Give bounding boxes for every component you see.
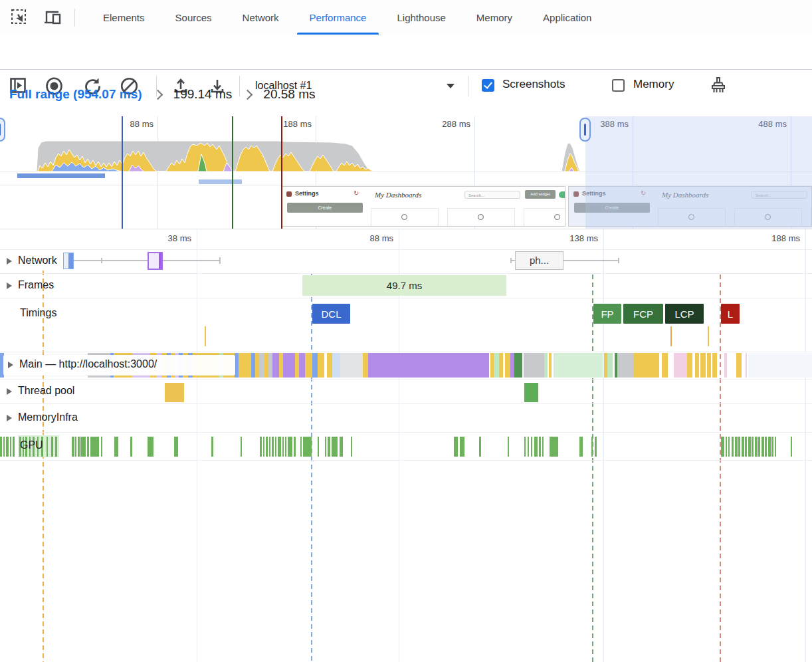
gpu-activity-bar xyxy=(528,437,529,457)
timing-marker-dcl[interactable]: DCL xyxy=(312,304,350,324)
gpu-activity-bar xyxy=(758,437,760,457)
track-expand-arrow-network[interactable] xyxy=(7,258,12,265)
gpu-activity-bar xyxy=(275,437,276,457)
gpu-activity-bar xyxy=(351,437,352,457)
track-label-frames[interactable]: Frames xyxy=(18,279,54,291)
gpu-activity-bar xyxy=(732,437,734,457)
tab-performance[interactable]: Performance xyxy=(294,0,382,35)
gpu-activity-bar xyxy=(726,437,727,457)
device-toolbar-icon[interactable] xyxy=(44,9,62,27)
main-flame-segment xyxy=(363,353,368,378)
gpu-activity-bar xyxy=(771,437,773,457)
filmstrip-screenshot[interactable]: Settings↻CreateMy DashboardsSearch...Add… xyxy=(281,186,565,227)
main-flame-segment xyxy=(305,353,312,378)
overview-window-handle-right[interactable] xyxy=(579,118,591,142)
network-request-label[interactable]: ph... xyxy=(515,251,563,270)
mini-brand: Settings xyxy=(295,190,319,197)
gpu-activity-bar xyxy=(80,437,86,457)
breadcrumb-item-1[interactable]: 199.14 ms xyxy=(173,87,233,102)
ruler-tick-label: 188 ms xyxy=(747,233,800,243)
dcl-line xyxy=(311,273,312,662)
fcp-line xyxy=(592,275,593,662)
gpu-activity-bar xyxy=(282,437,284,457)
main-flame-segment xyxy=(318,353,324,378)
tab-lighthouse[interactable]: Lighthouse xyxy=(381,0,460,35)
track-label-timings[interactable]: Timings xyxy=(20,307,56,319)
overview-marker-line xyxy=(232,116,233,229)
gpu-activity-bar xyxy=(101,437,102,457)
timing-marker-lcp[interactable]: LCP xyxy=(665,304,704,324)
timing-marker-l[interactable]: L xyxy=(721,304,740,324)
track-border xyxy=(0,379,812,380)
mini-dashboard-card xyxy=(524,208,565,227)
network-request-line xyxy=(74,260,219,261)
gpu-activity-bar xyxy=(285,437,286,457)
gpu-activity-bar xyxy=(745,437,747,457)
main-flame-segment xyxy=(695,353,699,378)
collect-garbage-icon[interactable] xyxy=(708,76,726,94)
timing-marker-fcp[interactable]: FCP xyxy=(623,304,663,324)
tab-memory[interactable]: Memory xyxy=(461,0,528,35)
gpu-activity-bar xyxy=(591,437,593,457)
main-flame-segment xyxy=(662,353,668,378)
tab-sources[interactable]: Sources xyxy=(160,0,227,35)
main-flame-segment xyxy=(674,353,687,378)
inspect-element-icon[interactable] xyxy=(11,9,29,27)
ruler-tick-label: 38 ms xyxy=(138,233,191,243)
mini-logo xyxy=(286,191,292,197)
mini-card-icon xyxy=(401,214,407,220)
breadcrumb-chevron-icon xyxy=(243,89,253,100)
gpu-activity-bar xyxy=(0,437,2,457)
track-label-main[interactable]: Main — http://localhost:3000/ xyxy=(19,358,157,370)
screenshots-checkbox[interactable] xyxy=(482,79,494,92)
track-expand-arrow-thread-pool[interactable] xyxy=(7,388,12,395)
breadcrumb-item-2[interactable]: 20.58 ms xyxy=(263,87,315,102)
main-flame-segment xyxy=(736,353,742,378)
memory-checkbox[interactable] xyxy=(612,79,625,92)
track-label-thread-pool[interactable]: Thread pool xyxy=(18,385,74,397)
gpu-activity-bar xyxy=(90,437,99,457)
overview-window-handle-left[interactable] xyxy=(0,118,5,142)
overview-network-bar xyxy=(199,179,242,184)
mini-search-input: Search... xyxy=(464,191,520,199)
tab-network[interactable]: Network xyxy=(227,0,294,35)
track-label-memoryinfra[interactable]: MemoryInfra xyxy=(18,411,78,423)
track-border xyxy=(0,403,812,404)
track-expand-arrow-memoryinfra[interactable] xyxy=(7,415,12,421)
main-flame-segment xyxy=(327,353,332,378)
gpu-activity-bar xyxy=(278,437,281,457)
gpu-activity-bar xyxy=(241,437,242,457)
network-request-bar-active xyxy=(68,253,73,269)
screenshots-checkbox-label[interactable]: Screenshots xyxy=(502,78,565,91)
network-request-bar-active xyxy=(159,253,161,269)
thread-pool-task[interactable] xyxy=(524,383,538,402)
track-border xyxy=(0,352,812,352)
tab-elements[interactable]: Elements xyxy=(88,0,160,35)
timing-marker-fp[interactable]: FP xyxy=(593,304,621,324)
gpu-activity-bar xyxy=(791,437,792,457)
gpu-activity-bar xyxy=(328,437,330,457)
timeline-overview[interactable]: 88 ms188 ms288 ms388 ms488 msSettings↻Cr… xyxy=(0,116,812,229)
thread-pool-task[interactable] xyxy=(165,383,184,402)
track-label-gpu[interactable]: GPU xyxy=(20,439,43,451)
gpu-activity-bar xyxy=(288,437,292,457)
main-flame-segment xyxy=(687,353,692,378)
track-expand-arrow-frames[interactable] xyxy=(7,282,12,289)
main-flame-segment xyxy=(494,353,499,378)
tab-application[interactable]: Application xyxy=(528,0,607,35)
gpu-activity-bar xyxy=(748,437,751,457)
frames-duration-bar[interactable]: 49.7 ms xyxy=(302,275,506,296)
gpu-activity-bar xyxy=(534,437,538,457)
gpu-activity-bar xyxy=(10,437,11,457)
memory-checkbox-label[interactable]: Memory xyxy=(633,78,674,91)
gpu-activity-bar xyxy=(775,437,776,457)
network-request-bar[interactable] xyxy=(63,253,74,269)
ruler-border xyxy=(0,249,812,250)
overview-marker-line xyxy=(281,116,282,229)
track-label-network[interactable]: Network xyxy=(18,255,57,267)
gpu-activity-bar xyxy=(6,437,9,457)
track-expand-arrow-main[interactable] xyxy=(8,362,13,368)
gpu-activity-bar xyxy=(479,437,481,457)
breadcrumb-item-0[interactable]: Full range (954.07 ms) xyxy=(9,87,142,102)
network-request-bar[interactable] xyxy=(148,252,163,270)
